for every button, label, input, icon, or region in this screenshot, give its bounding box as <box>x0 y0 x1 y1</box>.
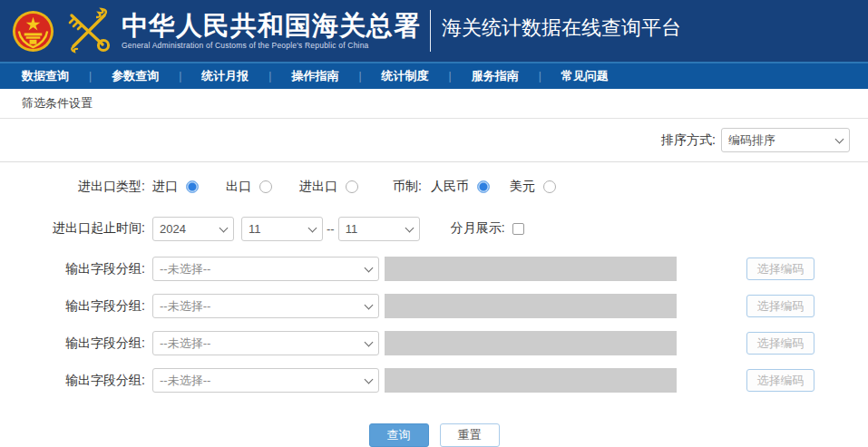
radio-icon[interactable] <box>543 180 556 193</box>
main-nav: 数据查询| 参数查询| 统计月报| 操作指南| 统计制度| 服务指南| 常见问题 <box>0 62 868 89</box>
field-group-value-3 <box>385 331 677 355</box>
end-month-select-wrap: 11 <box>338 217 420 241</box>
trade-type-label: 进出口类型: <box>0 179 145 195</box>
nav-item-faq[interactable]: 常见问题 <box>561 68 609 84</box>
field-group-value-1 <box>385 257 677 281</box>
select-code-button-3[interactable]: 选择编码 <box>746 332 814 355</box>
nav-item-guide[interactable]: 操作指南 <box>291 68 338 84</box>
radio-option-usd[interactable]: 美元 <box>510 179 556 195</box>
select-code-button-4[interactable]: 选择编码 <box>746 369 814 392</box>
org-title-block: 中华人民共和国海关总署 General Administration of Cu… <box>122 12 421 50</box>
national-emblem-icon <box>12 10 54 53</box>
platform-title: 海关统计数据在线查询平台 <box>442 15 681 47</box>
sort-select-wrap: 编码排序 <box>721 128 850 152</box>
breadcrumb-row: 筛选条件设置 <box>0 89 868 119</box>
field-group-select-wrap: --未选择-- <box>152 257 379 281</box>
year-select-wrap: 2024 <box>152 217 234 241</box>
field-group-select-2[interactable]: --未选择-- <box>152 294 379 318</box>
reset-button[interactable]: 重置 <box>440 423 500 447</box>
monthly-label: 分月展示: <box>451 220 505 237</box>
field-group-select-wrap: --未选择-- <box>152 331 379 355</box>
action-buttons: 查询 重置 <box>0 423 868 447</box>
radio-icon[interactable] <box>259 180 272 193</box>
select-code-button-2[interactable]: 选择编码 <box>746 295 814 317</box>
field-group-row-4: 输出字段分组: --未选择-- 选择编码 <box>0 368 868 393</box>
field-group-label: 输出字段分组: <box>0 373 145 389</box>
field-group-select-wrap: --未选择-- <box>152 294 379 318</box>
currency-options: 币制: 人民币 美元 <box>393 179 583 195</box>
org-name-en: General Administration of Customs of the… <box>122 41 421 50</box>
radio-option-export[interactable]: 出口 <box>226 179 272 195</box>
nav-separator: | <box>539 70 541 83</box>
field-group-select-1[interactable]: --未选择-- <box>152 257 379 281</box>
nav-separator: | <box>89 70 92 83</box>
radio-option-import-export[interactable]: 进出口 <box>299 179 358 195</box>
field-group-row-1: 输出字段分组: --未选择-- 选择编码 <box>0 257 868 281</box>
page: 中华人民共和国海关总署 General Administration of Cu… <box>0 0 868 447</box>
org-name-cn: 中华人民共和国海关总署 <box>122 12 421 39</box>
field-group-label: 输出字段分组: <box>0 261 145 277</box>
breadcrumb: 筛选条件设置 <box>22 95 93 112</box>
nav-item-statistics-system[interactable]: 统计制度 <box>382 68 429 84</box>
radio-option-import[interactable]: 进口 <box>152 179 199 195</box>
nav-separator: | <box>358 70 361 83</box>
trade-type-row: 进出口类型: 进口 出口 进出口 币制: 人民币 <box>0 173 868 200</box>
nav-item-service-guide[interactable]: 服务指南 <box>472 68 519 84</box>
start-month-select-wrap: 11 <box>241 217 323 241</box>
header: 中华人民共和国海关总署 General Administration of Cu… <box>0 0 868 62</box>
end-month-select[interactable]: 11 <box>338 217 420 241</box>
sort-label: 排序方式: <box>661 132 716 149</box>
customs-key-icon <box>65 7 111 54</box>
field-group-row-2: 输出字段分组: --未选择-- 选择编码 <box>0 294 868 318</box>
nav-item-param-query[interactable]: 参数查询 <box>112 68 159 84</box>
field-group-select-wrap: --未选择-- <box>152 368 379 393</box>
currency-label: 币制: <box>393 179 422 195</box>
filter-form: 进出口类型: 进口 出口 进出口 币制: 人民币 <box>0 162 868 447</box>
nav-separator: | <box>268 70 271 83</box>
sort-select[interactable]: 编码排序 <box>721 128 850 152</box>
radio-icon[interactable] <box>477 180 490 193</box>
select-code-button-1[interactable]: 选择编码 <box>746 258 814 280</box>
query-button[interactable]: 查询 <box>369 423 429 447</box>
time-range-label: 进出口起止时间: <box>0 220 145 237</box>
radio-icon[interactable] <box>346 180 358 193</box>
nav-item-monthly-report[interactable]: 统计月报 <box>201 68 249 84</box>
trade-type-options: 进口 出口 进出口 <box>152 179 385 195</box>
field-group-row-3: 输出字段分组: --未选择-- 选择编码 <box>0 331 868 355</box>
radio-icon[interactable] <box>186 180 199 193</box>
field-group-label: 输出字段分组: <box>0 335 145 352</box>
nav-separator: | <box>179 70 181 83</box>
range-separator: -- <box>327 222 335 236</box>
field-group-select-3[interactable]: --未选择-- <box>152 331 379 355</box>
start-month-select[interactable]: 11 <box>241 217 323 241</box>
sort-row: 排序方式: 编码排序 <box>0 119 868 162</box>
field-group-label: 输出字段分组: <box>0 298 145 315</box>
radio-option-rmb[interactable]: 人民币 <box>431 179 490 195</box>
nav-item-data-query[interactable]: 数据查询 <box>22 68 69 84</box>
header-divider <box>430 10 431 52</box>
field-group-value-4 <box>385 368 677 393</box>
monthly-checkbox[interactable] <box>512 223 524 235</box>
nav-separator: | <box>449 70 452 83</box>
year-select[interactable]: 2024 <box>152 217 234 241</box>
field-group-select-4[interactable]: --未选择-- <box>152 368 379 393</box>
field-group-value-2 <box>385 294 677 318</box>
time-range-row: 进出口起止时间: 2024 11 -- 11 分月展示: <box>0 213 868 244</box>
